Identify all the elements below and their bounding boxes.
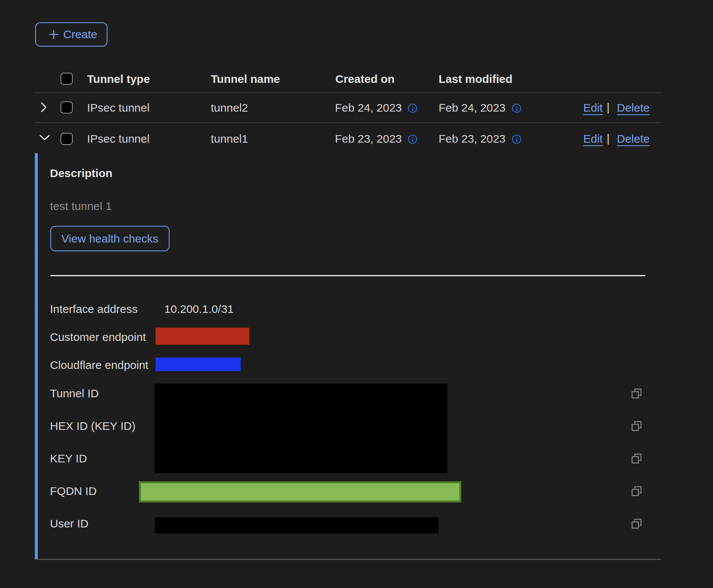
svg-text:i: i (516, 136, 518, 143)
svg-text:i: i (412, 136, 414, 143)
svg-text:i: i (516, 105, 518, 112)
svg-text:i: i (412, 105, 414, 112)
